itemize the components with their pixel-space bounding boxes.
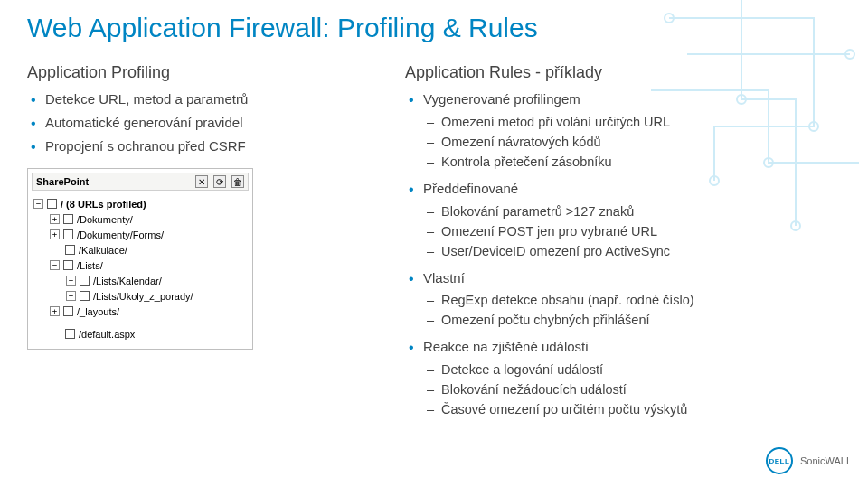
tree-app-name: SharePoint xyxy=(36,176,190,187)
tree-body: − / (8 URLs profiled) + /Dokumenty/ + /D… xyxy=(32,196,249,342)
brand-area: DELL SonicWALL xyxy=(766,447,852,474)
left-bullets: Detekce URL, metod a parametrů Automatic… xyxy=(27,89,369,155)
left-bullet: Automatické generování pravidel xyxy=(45,113,369,133)
checkbox[interactable] xyxy=(47,199,57,209)
right-column: Application Rules - příklady Vygenerovan… xyxy=(405,63,841,432)
expander-icon[interactable]: + xyxy=(66,291,76,301)
tree-node[interactable]: + /_layouts/ xyxy=(33,304,249,319)
left-column: Application Profiling Detekce URL, metod… xyxy=(27,63,369,432)
tree-node[interactable]: + /Dokumenty/Forms/ xyxy=(33,227,249,242)
tree-node-label: /Dokumenty/Forms/ xyxy=(77,229,164,240)
rules-item: Omezení metod při volání určitých URL xyxy=(441,113,841,132)
tree-node[interactable]: + /Dokumenty/ xyxy=(33,211,249,227)
checkbox[interactable] xyxy=(80,291,90,301)
dell-logo-icon: DELL xyxy=(766,447,793,474)
rules-item: Kontrola přetečení zásobníku xyxy=(441,153,841,172)
tree-node[interactable]: + /Lists/Ukoly_z_porady/ xyxy=(33,288,249,304)
rules-item: Časové omezení po určitém počtu výskytů xyxy=(441,400,841,419)
checkbox[interactable] xyxy=(63,260,73,270)
sharepoint-tree-window: SharePoint ✕ ⟳ 🗑 − / (8 URLs profiled) +… xyxy=(27,168,253,350)
rules-group-label: Vlastní xyxy=(423,268,841,288)
slide: Web Application Firewall: Profiling & Ru… xyxy=(0,0,868,487)
rules-item: User/DeviceID omezení pro ActiveSync xyxy=(441,242,841,261)
checkbox[interactable] xyxy=(63,306,73,316)
window-refresh-icon[interactable]: ⟳ xyxy=(213,175,226,188)
rules-group-label: Předdefinované xyxy=(423,179,841,199)
window-close-icon[interactable]: ✕ xyxy=(195,175,208,188)
tree-node[interactable]: − /Lists/ xyxy=(33,258,249,273)
rules-item: Omezení POST jen pro vybrané URL xyxy=(441,222,841,241)
tree-root[interactable]: − / (8 URLs profiled) xyxy=(33,196,249,211)
rules-item: Blokování parametrů >127 znaků xyxy=(441,202,841,221)
expander-icon[interactable]: + xyxy=(50,214,60,224)
tree-root-label: / (8 URLs profiled) xyxy=(61,199,146,210)
expander-icon[interactable]: + xyxy=(50,229,60,239)
expander-icon[interactable]: − xyxy=(50,260,60,270)
rules-item: RegExp detekce obsahu (např. rodné číslo… xyxy=(441,291,841,310)
tree-node-label: /_layouts/ xyxy=(77,306,119,317)
tree-titlebar: SharePoint ✕ ⟳ 🗑 xyxy=(32,173,249,191)
left-bullet: Propojení s ochranou před CSRF xyxy=(45,136,369,156)
svg-point-3 xyxy=(845,50,854,59)
checkbox[interactable] xyxy=(65,245,75,255)
tree-node-label: /Lists/Ukoly_z_porady/ xyxy=(93,291,193,302)
expander-icon[interactable]: + xyxy=(66,276,76,286)
rules-group-label: Reakce na zjištěné události xyxy=(423,337,841,357)
rules-item: Omezení návratových kódů xyxy=(441,133,841,152)
expander-icon[interactable]: + xyxy=(50,306,60,316)
tree-node-label: /Lists/Kalendar/ xyxy=(93,276,162,286)
rules-item: Detekce a logování událostí xyxy=(441,361,841,379)
tree-node-label: /Dokumenty/ xyxy=(77,214,133,225)
left-bullet: Detekce URL, metod a parametrů xyxy=(45,89,369,109)
checkbox[interactable] xyxy=(80,276,90,286)
tree-node-label: /default.aspx xyxy=(79,329,135,340)
expander-icon[interactable]: − xyxy=(33,199,43,209)
tree-node[interactable]: + /Lists/Kalendar/ xyxy=(33,273,249,288)
checkbox[interactable] xyxy=(65,329,75,339)
rules-group-label: Vygenerované profilingem xyxy=(423,89,841,109)
rules-group: Vygenerované profilingem Omezení metod p… xyxy=(405,89,841,419)
page-title: Web Application Firewall: Profiling & Ru… xyxy=(27,13,841,43)
subbrand-label: SonicWALL xyxy=(800,455,852,466)
right-heading: Application Rules - příklady xyxy=(405,63,841,82)
tree-node-label: /Kalkulace/ xyxy=(79,245,127,256)
rules-item: Omezení počtu chybných přihlášení xyxy=(441,311,841,330)
tree-node[interactable]: /Kalkulace/ xyxy=(33,242,249,258)
rules-item: Blokování nežádoucích událostí xyxy=(441,380,841,399)
tree-node-label: /Lists/ xyxy=(77,260,103,271)
window-delete-icon[interactable]: 🗑 xyxy=(231,175,244,188)
left-heading: Application Profiling xyxy=(27,63,369,82)
tree-node[interactable]: /default.aspx xyxy=(33,326,249,342)
checkbox[interactable] xyxy=(63,229,73,239)
checkbox[interactable] xyxy=(63,214,73,224)
